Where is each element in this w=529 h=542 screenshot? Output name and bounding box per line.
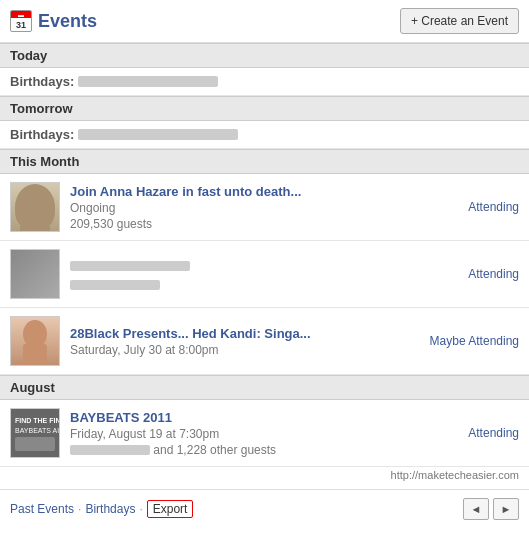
svg-text:FIND THE FINAL: FIND THE FINAL xyxy=(15,417,59,424)
tomorrow-birthdays-blurred xyxy=(78,129,238,140)
past-events-link[interactable]: Past Events xyxy=(10,502,74,516)
calendar-icon: ▬ 31 xyxy=(10,10,32,32)
section-this-month: This Month xyxy=(0,149,529,174)
prev-button[interactable]: ◄ xyxy=(463,498,489,520)
event-sub2: and 1,228 other guests xyxy=(70,443,458,457)
page-footer: Past Events · Birthdays · Export ◄ ► xyxy=(0,489,529,528)
svg-rect-1 xyxy=(23,344,47,364)
section-tomorrow: Tomorrow xyxy=(0,96,529,121)
today-birthdays-blurred xyxy=(78,76,218,87)
svg-point-0 xyxy=(23,320,47,348)
section-today: Today xyxy=(0,43,529,68)
tomorrow-birthdays-label: Birthdays: xyxy=(10,127,74,142)
watermark: http://maketecheasier.com xyxy=(0,467,529,485)
event-status: Maybe Attending xyxy=(430,334,519,348)
birthdays-link[interactable]: Birthdays xyxy=(85,502,135,516)
baybeats-thumb-svg: FIND THE FINAL BAYBEATS AUDITION xyxy=(11,409,59,457)
baybeats-sub-blurred xyxy=(70,445,150,455)
event-name-link[interactable]: Join Anna Hazare in fast unto death... xyxy=(70,184,301,199)
event-name-blurred xyxy=(70,261,190,271)
event-thumbnail xyxy=(10,182,60,232)
footer-dot1: · xyxy=(78,502,81,516)
svg-rect-5 xyxy=(15,437,55,451)
today-birthdays-row: Birthdays: xyxy=(0,68,529,96)
next-button[interactable]: ► xyxy=(493,498,519,520)
event-row: Attending xyxy=(0,241,529,308)
tomorrow-birthdays-row: Birthdays: xyxy=(0,121,529,149)
event-status: Attending xyxy=(468,267,519,281)
event-sub1: Saturday, July 30 at 8:00pm xyxy=(70,343,420,357)
event-info xyxy=(70,257,458,291)
event-status: Attending xyxy=(468,426,519,440)
section-august: August xyxy=(0,375,529,400)
event-sub-blurred xyxy=(70,280,160,290)
event-thumbnail xyxy=(10,316,60,366)
cal-day: 31 xyxy=(11,18,31,31)
event-row: Join Anna Hazare in fast unto death... O… xyxy=(0,174,529,241)
event-info: 28Black Presents... Hed Kandi: Singa... … xyxy=(70,326,420,357)
today-birthdays-label: Birthdays: xyxy=(10,74,74,89)
event-name-link[interactable]: 28Black Presents... Hed Kandi: Singa... xyxy=(70,326,311,341)
baybeats-and-text: and 1,228 other guests xyxy=(153,443,276,457)
event-sub1: Ongoing xyxy=(70,201,458,215)
event-status: Attending xyxy=(468,200,519,214)
kandi-thumb-svg xyxy=(15,318,55,364)
footer-nav: ◄ ► xyxy=(463,498,519,520)
event-thumb-face xyxy=(15,184,55,230)
svg-text:BAYBEATS AUDITION: BAYBEATS AUDITION xyxy=(15,427,59,434)
event-row: FIND THE FINAL BAYBEATS AUDITION BAYBEAT… xyxy=(0,400,529,467)
event-thumbnail: FIND THE FINAL BAYBEATS AUDITION xyxy=(10,408,60,458)
event-sub2: 209,530 guests xyxy=(70,217,458,231)
page-header: ▬ 31 Events + Create an Event xyxy=(0,0,529,43)
footer-left: Past Events · Birthdays · Export xyxy=(10,500,193,518)
export-button[interactable]: Export xyxy=(147,500,194,518)
header-left: ▬ 31 Events xyxy=(10,10,97,32)
cal-top: ▬ xyxy=(11,11,31,18)
event-info: Join Anna Hazare in fast unto death... O… xyxy=(70,184,458,231)
event-name-link[interactable]: BAYBEATS 2011 xyxy=(70,410,172,425)
footer-dot2: · xyxy=(139,502,142,516)
event-row: 28Black Presents... Hed Kandi: Singa... … xyxy=(0,308,529,375)
event-thumbnail xyxy=(10,249,60,299)
page-title: Events xyxy=(38,11,97,32)
create-event-button[interactable]: + Create an Event xyxy=(400,8,519,34)
event-sub1: Friday, August 19 at 7:30pm xyxy=(70,427,458,441)
event-info: BAYBEATS 2011 Friday, August 19 at 7:30p… xyxy=(70,410,458,457)
